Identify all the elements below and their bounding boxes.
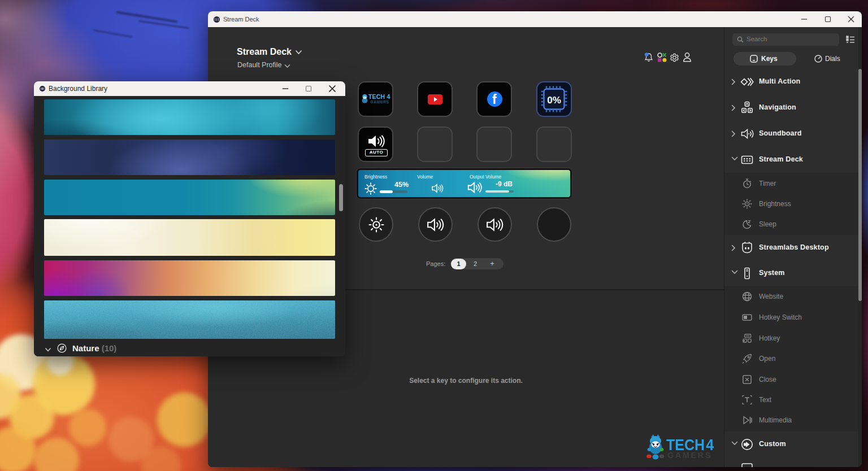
svg-text:0%: 0% — [547, 95, 561, 106]
